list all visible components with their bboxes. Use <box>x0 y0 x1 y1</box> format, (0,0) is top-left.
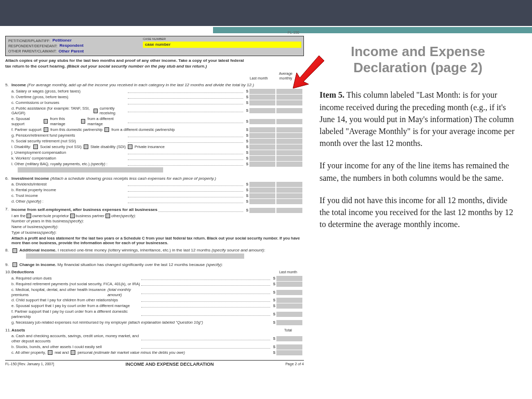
section-11-assets: 11. AssetsTotal a. Cash and checking acc… <box>5 328 304 356</box>
info-paragraph-3: If you did not have this income for all … <box>320 194 516 231</box>
petitioner-label: PETITIONER/PLAINTIFF: <box>8 38 50 43</box>
checkbox-icon <box>94 109 98 113</box>
form-image: FL-150 PETITIONER/PLAINTIFF:Petitioner R… <box>0 33 309 370</box>
footer-title: INCOME AND EXPENSE DECLARATION <box>126 362 214 368</box>
other-parent-value: Other Parent <box>59 49 84 54</box>
section-8-additional: 8. Additional income. I received one-tim… <box>5 248 304 260</box>
other-parent-label: OTHER PARENT/CLAIMANT: <box>8 49 57 54</box>
section-5-income: 5. Income (For average monthly, add up a… <box>5 83 304 174</box>
page-title: Income and Expense Declaration (page 2) <box>320 44 516 76</box>
section-6-investment: 6. Investment income (Attach a schedule … <box>5 176 304 205</box>
form-code: FL-150 <box>288 30 299 35</box>
form-footer: FL-150 [Rev. January 1, 2007] INCOME AND… <box>5 360 304 368</box>
info-paragraph-1: Item 5. This column labeled "Last Month:… <box>320 89 516 149</box>
section-9-change: 9. Change in income. My financial situat… <box>5 262 304 268</box>
slide-topbar <box>0 0 532 26</box>
respondent-value: Respondent <box>60 43 84 48</box>
form-header-box: FL-150 PETITIONER/PLAINTIFF:Petitioner R… <box>5 36 304 56</box>
slide-accent-strip <box>0 27 532 33</box>
info-panel: Income and Expense Declaration (page 2) … <box>309 33 532 370</box>
respondent-label: RESPONDENT/DEFENDANT: <box>8 44 58 48</box>
footer-rev: FL-150 [Rev. January 1, 2007] <box>5 362 54 368</box>
fill-line <box>18 167 163 172</box>
case-number-label: CASE NUMBER <box>143 37 301 42</box>
case-number-value: case number <box>143 42 301 48</box>
footer-page: Page 2 of 4 <box>285 362 304 368</box>
attach-instruction: Attach copies of your pay stubs for the … <box>5 58 304 69</box>
box-5a-last <box>249 89 275 94</box>
info-paragraph-2: If your income for any of the line items… <box>320 159 516 183</box>
section-10-deductions: 10. DeductionsLast month a. Required uni… <box>5 270 304 325</box>
petitioner-value: Petitioner <box>52 38 72 43</box>
section-7-self-employment: 7. Income from self-employment, after bu… <box>5 207 304 246</box>
column-headers: Last month Average monthly <box>5 71 299 81</box>
content-area: FL-150 PETITIONER/PLAINTIFF:Petitioner R… <box>0 33 532 370</box>
box-5a-avg <box>276 89 302 94</box>
case-number-box: CASE NUMBER case number <box>141 36 303 56</box>
svg-marker-0 <box>293 56 324 88</box>
